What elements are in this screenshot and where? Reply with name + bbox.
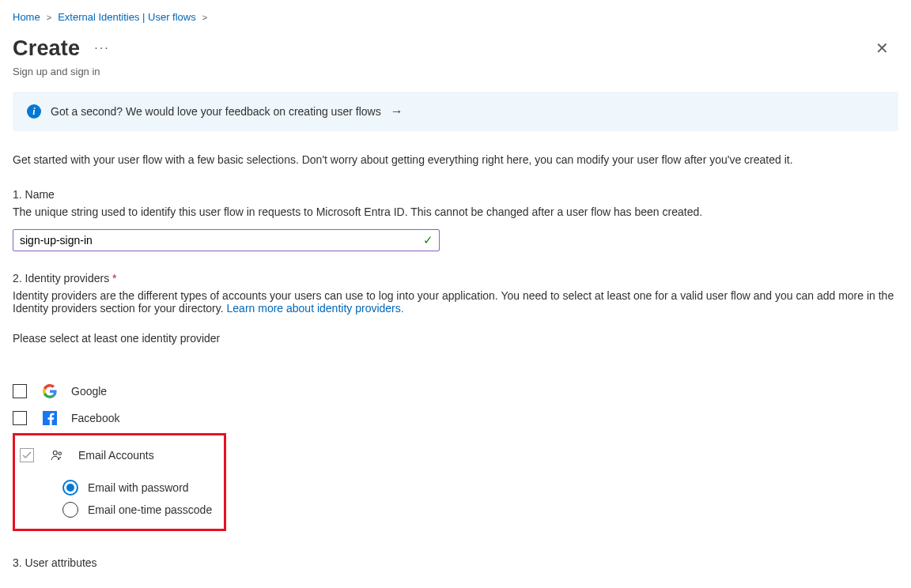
email-radio-group: Email with password Email one-time passc… (62, 477, 217, 521)
idp-instruction: Please select at least one identity prov… (13, 332, 898, 345)
provider-row-facebook: Facebook (13, 405, 898, 432)
arrow-right-icon: → (391, 104, 403, 119)
facebook-checkbox[interactable] (13, 411, 27, 425)
provider-row-google: Google (13, 378, 898, 405)
email-password-radio[interactable]: Email with password (62, 477, 217, 499)
breadcrumb-home[interactable]: Home (13, 11, 40, 23)
title-row: Create ··· ✕ (13, 34, 898, 62)
chevron-right-icon: > (202, 13, 207, 22)
facebook-icon (43, 411, 57, 425)
email-otp-radio[interactable]: Email one-time passcode (62, 499, 217, 521)
email-checkbox (20, 448, 34, 462)
email-password-label: Email with password (88, 481, 189, 494)
close-button[interactable]: ✕ (866, 34, 898, 62)
email-accounts-highlight: Email Accounts Email with password Email… (13, 433, 226, 531)
email-otp-label: Email one-time passcode (88, 503, 212, 516)
idp-section-label: 2. Identity providers * (13, 272, 898, 285)
radio-unselected-icon (62, 502, 78, 518)
name-input[interactable] (13, 229, 440, 251)
idp-section-help: Identity providers are the different typ… (13, 289, 898, 315)
facebook-label: Facebook (71, 412, 119, 424)
idp-learn-more-link[interactable]: Learn more about identity providers. (227, 302, 404, 315)
idp-label-text: 2. Identity providers (13, 272, 109, 285)
breadcrumb: Home > External Identities | User flows … (13, 11, 898, 23)
breadcrumb-external-identities[interactable]: External Identities | User flows (58, 11, 196, 23)
google-checkbox[interactable] (13, 384, 27, 398)
feedback-banner[interactable]: i Got a second? We would love your feedb… (13, 92, 898, 131)
checkmark-icon: ✓ (423, 233, 433, 247)
name-section-label: 1. Name (13, 188, 898, 201)
chevron-right-icon: > (47, 13, 51, 22)
radio-selected-icon (62, 480, 78, 496)
more-actions-button[interactable]: ··· (91, 38, 112, 58)
feedback-text: Got a second? We would love your feedbac… (51, 105, 381, 118)
email-label: Email Accounts (78, 449, 154, 462)
required-asterisk: * (112, 272, 116, 285)
people-icon (50, 448, 64, 462)
user-attributes-label: 3. User attributes (13, 556, 898, 569)
idp-help-text: Identity providers are the different typ… (13, 289, 894, 315)
provider-list: Google Facebook Ema (13, 378, 898, 531)
svg-point-1 (53, 451, 57, 455)
page-title: Create (13, 36, 80, 61)
page-subtitle: Sign up and sign in (13, 66, 898, 77)
name-section-help: The unique string used to identify this … (13, 205, 898, 218)
svg-point-2 (59, 452, 61, 454)
provider-row-email: Email Accounts (20, 442, 217, 469)
intro-text: Get started with your user flow with a f… (13, 153, 898, 166)
google-label: Google (71, 385, 107, 398)
google-icon (43, 384, 57, 398)
info-icon: i (27, 104, 41, 119)
